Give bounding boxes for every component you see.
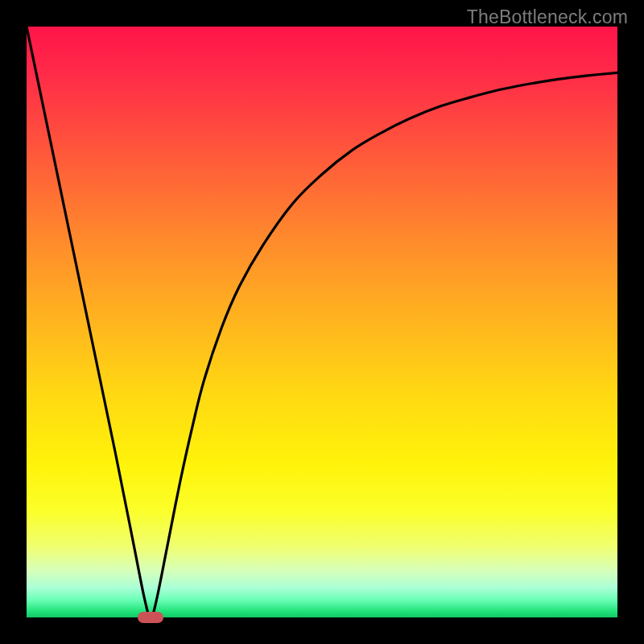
optimum-marker [138, 612, 163, 623]
watermark-text: TheBottleneck.com [467, 6, 628, 28]
chart-frame: TheBottleneck.com [0, 0, 644, 644]
plot-area [27, 27, 617, 617]
bottleneck-curve [27, 27, 617, 617]
